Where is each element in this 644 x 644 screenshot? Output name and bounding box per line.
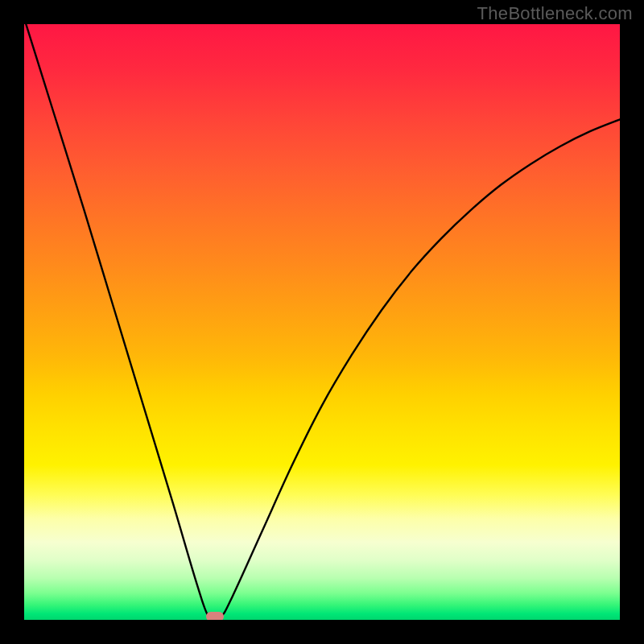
optimal-marker: [206, 612, 224, 620]
chart-curve: [24, 24, 620, 620]
watermark-label: TheBottleneck.com: [477, 3, 633, 24]
plot-area: [24, 24, 620, 620]
